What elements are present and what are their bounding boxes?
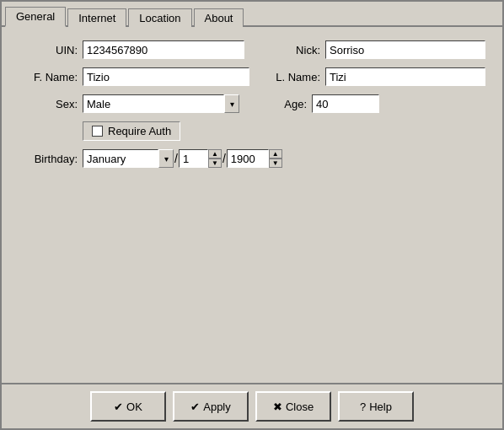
require-auth-button[interactable]: Require Auth — [83, 121, 180, 141]
ok-label: OK — [126, 400, 142, 413]
sex-dropdown-btn[interactable]: ▾ — [224, 94, 239, 113]
fname-input[interactable] — [83, 67, 249, 86]
age-input[interactable] — [312, 94, 379, 113]
sex-label: Sex: — [19, 98, 78, 110]
age-section: Age: — [248, 94, 379, 113]
close-icon: ✖ — [273, 400, 282, 413]
year-spinner: ▲ ▼ — [269, 149, 282, 168]
help-icon: ? — [360, 400, 366, 413]
nick-section: Nick: — [261, 40, 485, 59]
sex-container: ▾ — [83, 94, 239, 113]
require-auth-label: Require Auth — [108, 125, 171, 137]
nick-label: Nick: — [261, 44, 320, 56]
help-label: Help — [369, 400, 392, 413]
tab-general[interactable]: General — [5, 7, 66, 27]
apply-button[interactable]: ✔ Apply — [173, 391, 249, 422]
fname-label: F. Name: — [19, 71, 78, 83]
uin-label: UIN: — [19, 44, 78, 56]
birthday-year-input[interactable] — [227, 149, 269, 168]
lname-section: L. Name: — [261, 67, 485, 86]
slash1: / — [174, 152, 178, 165]
uin-input[interactable] — [83, 40, 244, 59]
month-dropdown-btn[interactable]: ▾ — [158, 149, 174, 168]
sex-row: Sex: ▾ Age: — [19, 94, 485, 113]
year-down-btn[interactable]: ▼ — [269, 159, 282, 168]
name-row: F. Name: L. Name: — [19, 67, 485, 86]
content-area: UIN: Nick: F. Name: L. Name: Sex: ▾ — [2, 27, 502, 383]
birthday-day-input[interactable] — [179, 149, 208, 168]
tab-about[interactable]: About — [194, 8, 244, 27]
ok-button[interactable]: ✔ OK — [90, 391, 166, 422]
lname-input[interactable] — [325, 67, 485, 86]
age-label: Age: — [248, 98, 307, 110]
tab-internet[interactable]: Internet — [67, 8, 126, 27]
uin-row: UIN: Nick: — [19, 40, 485, 59]
year-up-btn[interactable]: ▲ — [269, 149, 282, 159]
close-label: Close — [286, 400, 314, 413]
birthday-month-input[interactable] — [83, 149, 158, 168]
birthday-label: Birthday: — [19, 153, 78, 165]
slash2: / — [223, 152, 226, 165]
tab-bar: General Internet Location About — [2, 2, 502, 27]
birthday-row: Birthday: ▾ / ▲ ▼ / ▲ ▼ — [19, 149, 485, 168]
tab-location[interactable]: Location — [128, 8, 191, 27]
dialog: General Internet Location About UIN: Nic… — [0, 0, 504, 430]
day-up-btn[interactable]: ▲ — [208, 149, 222, 159]
lname-label: L. Name: — [261, 71, 320, 83]
day-down-btn[interactable]: ▼ — [208, 159, 222, 168]
nick-input[interactable] — [325, 40, 485, 59]
day-spinner: ▲ ▼ — [208, 149, 222, 168]
apply-label: Apply — [203, 400, 231, 413]
close-button[interactable]: ✖ Close — [255, 391, 331, 422]
require-auth-row: Require Auth — [19, 121, 485, 141]
sex-input[interactable] — [83, 94, 224, 113]
button-bar: ✔ OK ✔ Apply ✖ Close ? Help — [2, 384, 502, 428]
require-auth-checkbox — [92, 126, 103, 137]
help-button[interactable]: ? Help — [338, 391, 414, 422]
ok-icon: ✔ — [114, 400, 123, 413]
apply-icon: ✔ — [190, 400, 200, 413]
